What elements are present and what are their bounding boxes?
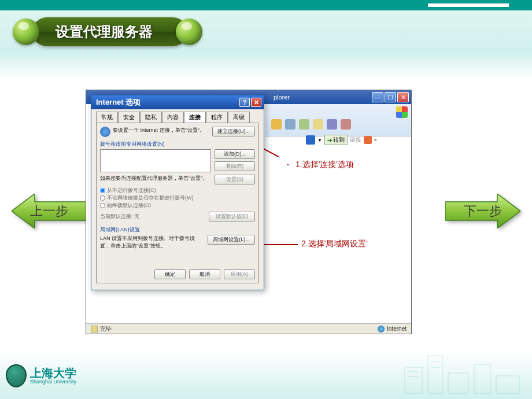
tab-advanced[interactable]: 高级 [228,112,250,123]
windows-logo-icon [396,106,408,118]
dialup-section-header: 拨号和虚拟专用网络设置(N) [100,141,255,148]
current-default: 当前默认连接: 无 [100,213,205,220]
dialog-titlebar: Internet 选项 ? ✕ [91,95,264,109]
browser-status-bar: 完毕 Internet [86,323,411,334]
maximize-button[interactable]: ☐ [385,92,396,102]
tab-security[interactable]: 安全 [118,112,140,123]
lan-section-header: 局域网(LAN)设置 [100,226,255,234]
screenshot: plorer — ☐ ✕ ▼ ➔ 转到 链接 » 完毕 Inte [86,90,412,334]
dialog-title: Internet 选项 [96,97,141,108]
dialog-tabs: 常规 安全 隐私 内容 连接 程序 高级 [91,109,264,123]
browser-toolbar-icons [271,119,351,130]
browser-title: plorer [274,94,290,101]
dialog-body: 要设置一个 Internet 连接，单击"设置"。 建立连接(U)... 拨号和… [96,123,259,283]
browser-close-button[interactable]: ✕ [397,92,409,102]
cancel-button[interactable]: 取消 [189,269,220,279]
connection-globe-icon [100,127,110,137]
next-step-button[interactable]: 下一步 [445,194,520,228]
proxy-hint: 如果您要为连接配置代理服务器，单击"设置"。 [100,175,211,182]
top-bar [0,0,532,10]
doc-icon [91,326,98,332]
minimize-button[interactable]: — [372,92,383,102]
dialog-close-button[interactable]: ✕ [251,98,261,107]
logo-cn: 上海大学 [30,367,76,379]
slide-title-bar: 设置代理服务器 [13,17,202,46]
links-label: 链接 [350,136,361,144]
status-zone: Internet [387,326,407,332]
annotation-step2: 2.选择'局域网设置' [301,239,368,249]
svg-rect-6 [496,376,519,393]
tab-privacy[interactable]: 隐私 [140,112,162,123]
annotation-step1: 1.选择'连接'选项 [295,160,354,170]
city-skyline-icon [399,350,526,396]
setup-text: 要设置一个 Internet 连接，单击"设置"。 [113,127,210,134]
globe-icon [378,326,385,332]
ok-button[interactable]: 确定 [154,269,186,279]
tool-icon[interactable] [341,119,351,130]
lan-settings-button[interactable]: 局域网设置(L)... [208,235,255,245]
settings-button[interactable]: 设置(S) [215,175,255,184]
radio-never-dial[interactable] [100,188,105,193]
lan-hint: LAN 设置不应用到拨号连接。对于拨号设置，单击上面的"设置"按钮。 [100,235,204,250]
dialog-help-button[interactable]: ? [239,98,250,107]
prev-step-label: 上一步 [30,202,68,220]
status-done: 完毕 [100,325,112,333]
svg-rect-5 [474,364,490,393]
connections-listbox[interactable] [100,149,211,172]
link-icon[interactable] [364,136,372,144]
radio-always-dial[interactable] [100,203,105,208]
orb-right [176,19,202,45]
slide-title: 设置代理服务器 [32,17,187,46]
browser-nav-row: ▼ ➔ 转到 链接 » [304,134,407,146]
internet-options-dialog: Internet 选项 ? ✕ 常规 安全 隐私 内容 连接 程序 高级 要设置… [91,95,264,290]
apply-button[interactable]: 应用(A) [224,269,255,279]
next-step-label: 下一步 [464,202,502,220]
tab-programs[interactable]: 程序 [206,112,228,123]
remove-button[interactable]: 删除(R) [215,161,255,171]
logo-shield-icon [6,364,27,387]
svg-rect-2 [405,367,422,393]
orb-left [13,19,39,45]
radio-dial-when-no-net[interactable] [100,195,105,201]
folder-icon[interactable] [313,119,323,130]
msn-icon[interactable] [306,135,315,145]
print-icon[interactable] [285,119,295,130]
browser-window-buttons: — ☐ ✕ [372,92,409,102]
tab-connections[interactable]: 连接 [184,112,206,123]
set-default-button[interactable]: 设置默认值(E) [209,212,255,221]
favorites-icon[interactable] [327,119,337,130]
dialog-footer: 确定 取消 应用(A) [154,269,255,279]
logo-en: Shanghai University [30,379,76,385]
mail-icon[interactable] [271,119,282,130]
setup-connection-button[interactable]: 建立连接(U)... [212,127,255,136]
university-logo: 上海大学 Shanghai University [6,364,76,387]
add-button[interactable]: 添加(D)... [215,149,255,159]
prev-step-button[interactable]: 上一步 [12,194,87,228]
go-button[interactable]: ➔ 转到 [324,135,348,145]
edit-icon[interactable] [299,119,309,130]
tab-content[interactable]: 内容 [162,112,184,123]
svg-rect-4 [448,373,468,393]
tab-general[interactable]: 常规 [96,112,118,123]
